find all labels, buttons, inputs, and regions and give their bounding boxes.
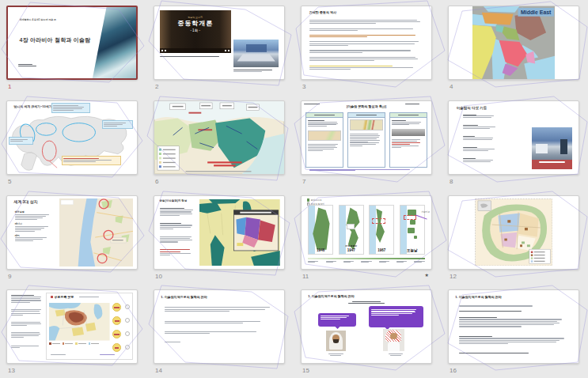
infographic-subtitle bbox=[79, 297, 129, 299]
map-legend-row bbox=[49, 342, 110, 345]
slide-cell-8[interactable]: 이슬람의 다섯 기둥 8 bbox=[448, 100, 579, 191]
slide-10-number: 10 bbox=[155, 273, 162, 280]
slide-10-thumbnail[interactable]: 중동(이슬람권)의 형성 bbox=[154, 195, 285, 270]
slide-cell-5[interactable]: 당시의 세계 (8세기~10세기) 5 bbox=[6, 100, 138, 191]
summary-column-1 bbox=[305, 112, 343, 168]
callout-box bbox=[9, 137, 33, 145]
video-thumbnail-lecture: 인남식 교수의 중동학개론 - 1화 - bbox=[160, 10, 231, 53]
photo-caption bbox=[374, 353, 417, 357]
site-list: 예루살렘 메디나 메카 bbox=[15, 210, 55, 242]
kurdistan-map bbox=[49, 303, 110, 341]
slide-cell-4[interactable]: Middle East 4 bbox=[448, 6, 579, 96]
video-player-controls bbox=[160, 48, 231, 53]
body-paragraph bbox=[309, 40, 425, 47]
slide-16-thumbnail[interactable]: 1. 이슬람지역으로의 철학의 전파 bbox=[448, 289, 579, 364]
watercolor-artwork bbox=[93, 7, 136, 78]
slide-cell-1[interactable]: 세계철학사 4 중세1 읽으며 적은 것 4장 아라비아 철학과 이슬람 1 bbox=[6, 6, 138, 96]
slide-12-number: 12 bbox=[450, 273, 457, 280]
slide-title: 1. 이슬람지역으로의 철학의 전파 bbox=[455, 295, 502, 299]
slide-cell-14[interactable]: 1. 이슬람지역으로의 철학의 전파 14 bbox=[154, 289, 285, 378]
body-paragraph bbox=[309, 56, 425, 62]
slide-cell-15[interactable]: 1. 이슬람지역으로의 철학의 전파 15 bbox=[301, 289, 432, 378]
body-paragraph bbox=[309, 49, 425, 54]
body-section bbox=[160, 207, 196, 217]
slide-13-thumbnail[interactable]: 쿠르드족 분포 bbox=[6, 289, 138, 364]
slide-cell-10[interactable]: 중동(이슬람권)의 형성 bbox=[154, 195, 285, 285]
red-sea-map bbox=[59, 198, 133, 266]
slide-6-thumbnail[interactable] bbox=[154, 100, 285, 175]
slide-16-number: 16 bbox=[450, 367, 457, 374]
summary-column-3 bbox=[389, 112, 427, 168]
slide-4-thumbnail[interactable]: Middle East bbox=[448, 6, 579, 80]
slide-3-thumbnail[interactable]: 간략한 중동의 역사 bbox=[301, 6, 432, 80]
slide-13-number: 13 bbox=[8, 367, 15, 374]
slide-9-number: 9 bbox=[8, 273, 11, 280]
slide-cell-16[interactable]: 1. 이슬람지역으로의 철학의 전파 16 bbox=[448, 289, 579, 378]
callout-box-orange bbox=[62, 156, 121, 165]
body-section bbox=[459, 335, 571, 345]
speech-bubble-left bbox=[318, 313, 356, 327]
agency-logo bbox=[100, 353, 125, 356]
summary-column-2 bbox=[347, 112, 385, 168]
center-caption bbox=[340, 301, 393, 304]
slide-5-number: 5 bbox=[8, 178, 11, 185]
slide-4-number: 4 bbox=[450, 83, 453, 90]
slide-cell-6[interactable]: 6 bbox=[154, 100, 285, 191]
slide-title: 이슬람의 다섯 기둥 bbox=[457, 106, 487, 110]
site-name: 메카 bbox=[15, 234, 55, 237]
body-text bbox=[11, 331, 44, 339]
pillar-item bbox=[463, 114, 530, 119]
slide-6-number: 6 bbox=[155, 178, 158, 185]
slide-14-thumbnail[interactable]: 1. 이슬람지역으로의 철학의 전파 bbox=[154, 289, 285, 364]
slide-5-thumbnail[interactable]: 당시의 세계 (8세기~10세기) bbox=[6, 100, 138, 175]
slide-2-thumbnail[interactable]: 인남식 교수의 중동학개론 - 1화 - bbox=[154, 6, 285, 80]
video-title-main: 중동학개론 bbox=[160, 19, 231, 28]
slide-11-number: 11 bbox=[302, 273, 309, 280]
slide-7-thumbnail[interactable]: [이슬람 문화의 형성과 확산] bbox=[301, 100, 432, 175]
slide-1-thumbnail[interactable]: 세계철학사 4 중세1 읽으며 적은 것 4장 아라비아 철학과 이슬람 bbox=[6, 6, 138, 80]
slide-3-number: 3 bbox=[302, 83, 305, 90]
slide-9-thumbnail[interactable]: 세계 3대 성지 예루살렘 메디나 메카 bbox=[6, 195, 138, 270]
pillar-item bbox=[463, 157, 530, 163]
slide-cell-7[interactable]: [이슬람 문화의 형성과 확산] 7 bbox=[301, 100, 432, 191]
legend-label: 팔레스타인 bbox=[311, 198, 322, 202]
course-label: 세계철학사 4 중세1 읽으며 적은 것 bbox=[20, 18, 57, 21]
slide-12-thumbnail[interactable] bbox=[448, 195, 579, 270]
slide-cell-13[interactable]: 쿠르드족 분포 bbox=[6, 289, 138, 378]
body-line bbox=[459, 304, 571, 307]
slide-title: [이슬람 문화의 형성과 확산] bbox=[302, 104, 431, 108]
kurds-infographic: 쿠르드족 분포 bbox=[46, 293, 133, 361]
body-section-red bbox=[160, 248, 196, 256]
slide-15-thumbnail[interactable]: 1. 이슬람지역으로의 철학의 전파 bbox=[301, 289, 432, 364]
infographic-title: 쿠르드족 분포 bbox=[55, 295, 74, 299]
slide-cell-11[interactable]: 팔레스타인 유대인 정착지 1946 유엔 분할안 1947 bbox=[301, 195, 432, 285]
body-paragraph bbox=[165, 320, 276, 325]
body-section bbox=[459, 316, 571, 327]
islamic-expansion-map bbox=[154, 101, 284, 174]
slide-cell-3[interactable]: 간략한 중동의 역사 3 bbox=[301, 6, 432, 96]
slide-cell-12[interactable]: 12 bbox=[448, 195, 579, 285]
body-text bbox=[11, 345, 44, 350]
slide-title: 1. 이슬람지역으로의 철학의 전파 bbox=[308, 294, 355, 298]
body-section bbox=[160, 222, 196, 230]
pillar-item bbox=[463, 124, 530, 130]
slide-cell-2[interactable]: 인남식 교수의 중동학개론 - 1화 - 2 bbox=[154, 6, 285, 96]
slide-11-thumbnail[interactable]: 팔레스타인 유대인 정착지 1946 유엔 분할안 1947 bbox=[301, 195, 432, 270]
slide-title: 당시의 세계 (8세기~10세기) bbox=[13, 104, 53, 108]
transition-star-icon: ★ bbox=[425, 272, 429, 278]
pillar-item bbox=[463, 135, 530, 141]
pillar-item bbox=[463, 146, 530, 152]
video-caption-line-2 bbox=[233, 69, 285, 73]
map-panel-1947: 유엔 분할안 1947 bbox=[339, 205, 364, 255]
slide-cell-9[interactable]: 세계 3대 성지 예루살렘 메디나 메카 bbox=[6, 195, 138, 285]
slide-8-number: 8 bbox=[450, 178, 453, 185]
slide-8-thumbnail[interactable]: 이슬람의 다섯 기둥 bbox=[448, 100, 579, 175]
slide-2-number: 2 bbox=[155, 83, 158, 90]
map-panel-1967: 1967 bbox=[369, 205, 394, 255]
middle-east-map: Middle East bbox=[472, 6, 556, 79]
map-panel-1946: 1946 bbox=[308, 205, 333, 255]
photo-arab-man-keffiyeh bbox=[326, 331, 346, 352]
slide-14-number: 14 bbox=[155, 367, 162, 374]
slide-title: 4장 아라비아 철학과 이슬람 bbox=[20, 36, 91, 44]
body-text bbox=[11, 321, 44, 327]
